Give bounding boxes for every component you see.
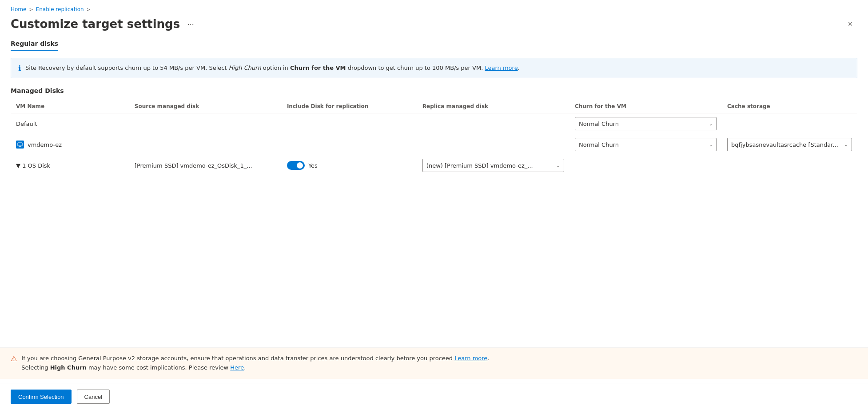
breadcrumb-home[interactable]: Home (11, 6, 26, 12)
content-area: Regular disks ℹ Site Recovery by default… (0, 40, 868, 176)
info-text-before: Site Recovery by default supports churn … (25, 64, 229, 71)
close-button[interactable]: × (843, 17, 857, 31)
cell-disk-source: [Premium SSD] vmdemo-ez_OsDisk_1_... (129, 155, 282, 176)
warning-text: If you are choosing General Purpose v2 s… (21, 354, 489, 373)
replica-dropdown-osdisk-value: (new) [Premium SSD] vmdemo-ez_... (426, 162, 553, 169)
cell-vmdemo-churn: Normal Churn ⌄ (569, 134, 722, 155)
cell-disk-replica: (new) [Premium SSD] vmdemo-ez_... ⌄ (417, 155, 569, 176)
table-row-osdisk: ▼ 1 OS Disk [Premium SSD] vmdemo-ez_OsDi… (11, 155, 857, 176)
breadcrumb: Home > Enable replication > (0, 0, 868, 15)
breadcrumb-sep-1: > (29, 7, 33, 12)
svg-rect-0 (18, 143, 22, 146)
cell-default-replica (417, 113, 569, 134)
churn-dropdown-default[interactable]: Normal Churn ⌄ (575, 117, 717, 130)
include-disk-toggle[interactable] (287, 161, 305, 170)
info-text-italic: High Churn (229, 64, 261, 71)
churn-dropdown-vmdemo[interactable]: Normal Churn ⌄ (575, 138, 717, 151)
cell-vmdemo-cache: bqfjybsasnevaultasrcache [Standar... ⌄ (722, 134, 857, 155)
cell-vmdemo-replica (417, 134, 569, 155)
col-header-churn: Churn for the VM (569, 100, 722, 113)
table-header-row: VM Name Source managed disk Include Disk… (11, 100, 857, 113)
managed-disks-label: Managed Disks (11, 87, 857, 94)
disk-table: VM Name Source managed disk Include Disk… (11, 100, 857, 176)
vm-icon (16, 141, 24, 149)
warning-text-3: Selecting (21, 364, 50, 371)
cell-disk-churn (569, 155, 722, 176)
chevron-down-icon-replica: ⌄ (557, 163, 560, 168)
churn-dropdown-vmdemo-value: Normal Churn (579, 141, 705, 148)
warning-banner: ⚠ If you are choosing General Purpose v2… (0, 347, 868, 379)
churn-dropdown-default-value: Normal Churn (579, 121, 705, 127)
vmdemo-name-text: vmdemo-ez (28, 141, 62, 148)
table-row-default: Default Normal Churn ⌄ (11, 113, 857, 134)
info-banner-text: Site Recovery by default supports churn … (25, 64, 520, 72)
cell-default-churn: Normal Churn ⌄ (569, 113, 722, 134)
page-title: Customize target settings (11, 17, 180, 31)
cache-dropdown-vmdemo-value: bqfjybsasnevaultasrcache [Standar... (731, 141, 841, 148)
cell-disk-cache (722, 155, 857, 176)
warning-text-2: . (487, 355, 489, 362)
col-header-cache: Cache storage (722, 100, 857, 113)
toggle-slider (287, 161, 305, 170)
cell-vmdemo-include (282, 134, 417, 155)
page-header: Customize target settings ··· × (0, 15, 868, 40)
info-learn-more-link[interactable]: Learn more (485, 64, 518, 71)
warning-high-churn: High Churn (50, 364, 87, 371)
info-icon: ℹ (18, 64, 21, 72)
chevron-down-icon-vmdemo: ⌄ (709, 142, 713, 147)
cell-disk-include: Yes (282, 155, 417, 176)
info-text-middle: option in (261, 64, 290, 71)
footer: Confirm Selection Cancel (0, 383, 868, 410)
info-text-bold: Churn for the VM (290, 64, 346, 71)
chevron-down-icon-default: ⌄ (709, 121, 713, 126)
ellipsis-button[interactable]: ··· (184, 18, 197, 30)
cell-default-source (129, 113, 282, 134)
breadcrumb-sep-2: > (87, 7, 91, 12)
col-header-includedisk: Include Disk for replication (282, 100, 417, 113)
disk-section-label: ▼ 1 OS Disk (16, 162, 50, 169)
vm-name-cell: vmdemo-ez (16, 141, 124, 149)
toggle-yes-label: Yes (308, 162, 318, 169)
warning-text-5: . (244, 364, 246, 371)
warning-icon: ⚠ (11, 354, 17, 363)
col-header-vmname: VM Name (11, 100, 129, 113)
cell-disk-vmname: ▼ 1 OS Disk (11, 155, 129, 176)
col-header-replicadisk: Replica managed disk (417, 100, 569, 113)
warning-text-4: may have some cost implications. Please … (87, 364, 231, 371)
table-row-vmdemo-ez: vmdemo-ez Normal Churn ⌄ bqfjybsasnevaul… (11, 134, 857, 155)
warning-text-1: If you are choosing General Purpose v2 s… (21, 355, 454, 362)
cell-vmdemo-source (129, 134, 282, 155)
page-title-row: Customize target settings ··· (11, 17, 197, 31)
toggle-container: Yes (287, 161, 412, 170)
breadcrumb-enable-replication[interactable]: Enable replication (36, 6, 84, 12)
cell-default-cache (722, 113, 857, 134)
info-banner: ℹ Site Recovery by default supports chur… (11, 58, 857, 78)
col-header-sourcedisk: Source managed disk (129, 100, 282, 113)
chevron-down-icon-cache: ⌄ (844, 142, 848, 147)
cell-default-include (282, 113, 417, 134)
cache-dropdown-vmdemo[interactable]: bqfjybsasnevaultasrcache [Standar... ⌄ (727, 138, 852, 151)
cell-vmdemo-vmname: vmdemo-ez (11, 134, 129, 155)
info-text-after: dropdown to get churn up to 100 MB/s per… (346, 64, 485, 71)
confirm-selection-button[interactable]: Confirm Selection (11, 390, 72, 404)
warning-here-link[interactable]: Here (230, 364, 244, 371)
warning-learn-more-link[interactable]: Learn more (454, 355, 487, 362)
section-regular-disks: Regular disks (11, 40, 58, 51)
cell-default-vmname: Default (11, 113, 129, 134)
cancel-button[interactable]: Cancel (77, 390, 110, 404)
replica-dropdown-osdisk[interactable]: (new) [Premium SSD] vmdemo-ez_... ⌄ (422, 159, 564, 172)
